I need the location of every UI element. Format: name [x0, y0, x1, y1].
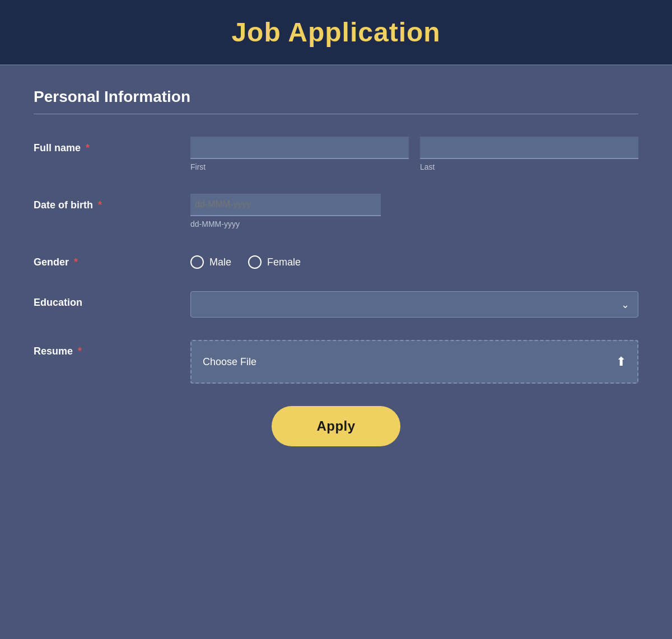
resume-required-indicator: *: [78, 346, 82, 357]
gender-options: Male Female: [190, 251, 638, 269]
apply-section: Apply: [34, 406, 638, 469]
resume-label: Resume *: [34, 340, 190, 357]
education-select[interactable]: High School Bachelor's Degree Master's D…: [190, 291, 638, 318]
name-fields-container: First Last: [190, 137, 638, 171]
resume-row: Resume * Choose File ⬆: [34, 340, 638, 384]
first-name-hint: First: [190, 162, 409, 171]
dob-hint: dd-MMM-yyyy: [190, 220, 638, 228]
last-name-group: Last: [420, 137, 638, 171]
page-header: Job Application: [0, 0, 672, 66]
full-name-label: Full name *: [34, 137, 190, 154]
choose-file-label: Choose File: [203, 356, 256, 368]
education-row: Education High School Bachelor's Degree …: [34, 291, 638, 318]
dob-field: dd-MMM-yyyy: [190, 194, 638, 228]
dob-label: Date of birth *: [34, 194, 190, 211]
resume-upload-area[interactable]: Choose File ⬆: [190, 340, 638, 384]
dob-required-indicator: *: [98, 199, 102, 211]
first-name-input[interactable]: [190, 137, 409, 159]
gender-male-radio[interactable]: [190, 255, 204, 269]
dob-row: Date of birth * dd-MMM-yyyy: [34, 194, 638, 228]
education-label: Education: [34, 291, 190, 309]
last-name-input[interactable]: [420, 137, 638, 159]
gender-male-option[interactable]: Male: [190, 255, 231, 269]
education-select-wrapper: High School Bachelor's Degree Master's D…: [190, 291, 638, 318]
education-field: High School Bachelor's Degree Master's D…: [190, 291, 638, 318]
section-divider: [34, 114, 638, 114]
gender-male-label: Male: [209, 256, 231, 268]
gender-required-indicator: *: [74, 256, 78, 268]
gender-female-label: Female: [267, 256, 301, 268]
gender-label: Gender *: [34, 251, 190, 268]
gender-row: Gender * Male Female: [34, 251, 638, 269]
dob-input[interactable]: [190, 194, 381, 216]
section-title: Personal Information: [34, 88, 638, 106]
page-title: Job Application: [11, 17, 661, 48]
required-indicator: *: [86, 142, 90, 153]
full-name-row: Full name * First Last: [34, 137, 638, 171]
first-name-group: First: [190, 137, 409, 171]
gender-female-radio[interactable]: [248, 255, 262, 269]
gender-female-option[interactable]: Female: [248, 255, 301, 269]
apply-button[interactable]: Apply: [272, 406, 400, 446]
upload-icon: ⬆: [616, 355, 626, 369]
main-content: Personal Information Full name * First L…: [0, 66, 672, 639]
last-name-hint: Last: [420, 162, 638, 171]
gender-field: Male Female: [190, 251, 638, 269]
resume-field: Choose File ⬆: [190, 340, 638, 384]
